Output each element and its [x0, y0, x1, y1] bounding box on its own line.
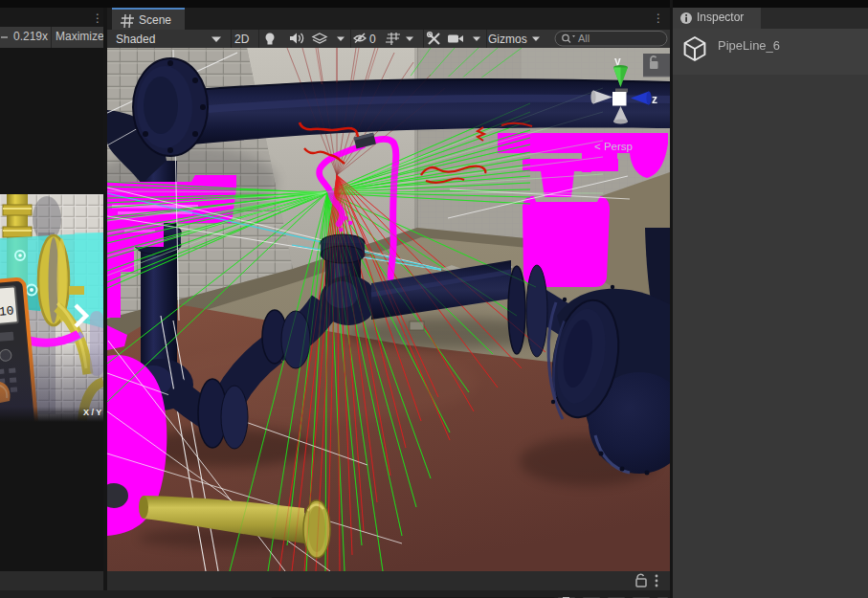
svg-text:2D: 2D [234, 33, 250, 46]
svg-text:0: 0 [369, 33, 376, 46]
svg-text:< Persp: < Persp [594, 141, 633, 152]
svg-text:X / Y: X / Y [83, 408, 101, 417]
svg-text:Shaded: Shaded [116, 33, 155, 46]
svg-text:All: All [578, 33, 590, 44]
svg-text:10: 10 [0, 303, 14, 319]
svg-text:Gizmos: Gizmos [488, 33, 527, 46]
svg-text:z: z [652, 93, 657, 106]
